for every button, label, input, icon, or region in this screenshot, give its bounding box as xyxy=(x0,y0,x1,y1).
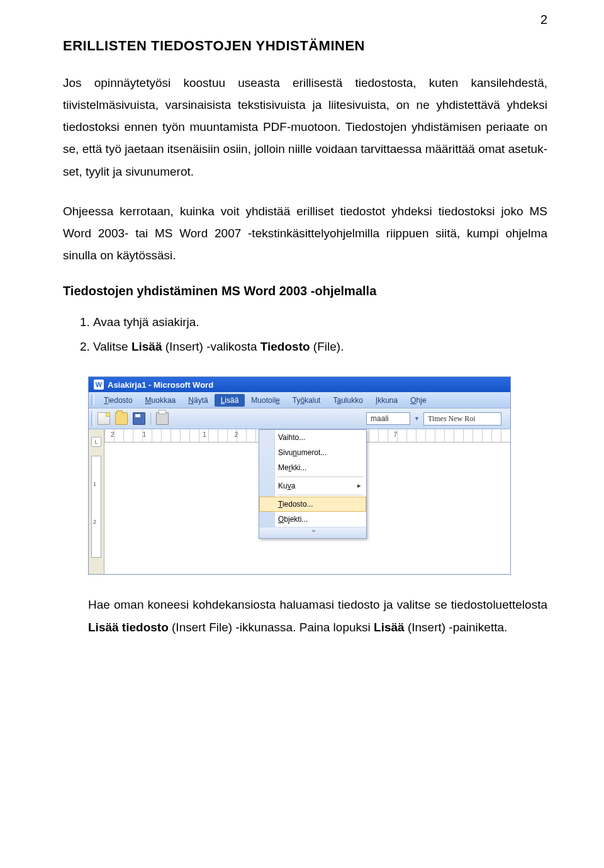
menu-tools[interactable]: Työkalut xyxy=(286,394,327,407)
vertical-ruler: L xyxy=(89,429,104,574)
step2-mid: (Insert) -valikosta xyxy=(162,340,260,353)
step2-pre: Valitse xyxy=(93,340,131,353)
menu-file[interactable]: Tiedosto xyxy=(98,394,139,407)
word-menubar: Tiedosto Muokkaa Näytä Lisää Muotoile Ty… xyxy=(89,392,510,409)
insert-dropdown: Vaihto... Sivunumerot... Merkki... Kuva … xyxy=(259,429,367,539)
step2-post: (File). xyxy=(310,340,344,353)
print-icon[interactable] xyxy=(156,412,169,425)
step2-bold2: Tiedosto xyxy=(260,340,310,353)
final-b2: Lisää xyxy=(374,621,405,634)
ruler-tick: 7 xyxy=(394,431,398,438)
ruler-corner-icon[interactable]: L xyxy=(91,437,101,447)
final-b1: Lisää tiedosto xyxy=(88,621,169,634)
toolbar-handle xyxy=(91,411,94,426)
paragraph-1: Jos opinnäytetyösi koostuu useasta erill… xyxy=(63,72,547,183)
menu-view[interactable]: Näytä xyxy=(182,394,214,407)
dropdown-pagenumbers[interactable]: Sivunumerot... xyxy=(259,445,366,460)
paragraph-2: Ohjeessa kerrotaan, kuinka voit yhdistää… xyxy=(63,200,547,266)
menu-help[interactable]: Ohje xyxy=(404,394,432,407)
document-page: 2 ERILLISTEN TIEDOSTOJEN YHDISTÄMINEN Jo… xyxy=(0,0,604,663)
ruler-tick: 2 xyxy=(111,431,115,438)
word-toolbar: maali ▼ Times New Roi xyxy=(89,409,510,429)
dropdown-expand-icon[interactable] xyxy=(259,527,366,538)
final-t3: (Insert) -painiketta. xyxy=(405,621,508,634)
save-icon[interactable] xyxy=(133,412,145,425)
menu-insert[interactable]: Lisää xyxy=(215,394,245,407)
menu-file-rest: iedosto xyxy=(108,396,133,405)
final-t2: (Insert File) -ikkunassa. Paina lopuksi xyxy=(169,621,374,634)
dropdown-separator xyxy=(277,495,364,495)
menu-table[interactable]: Taulukko xyxy=(327,394,369,407)
new-doc-icon[interactable] xyxy=(98,412,110,425)
toolbar-right: maali ▼ Times New Roi xyxy=(366,412,501,426)
dropdown-separator xyxy=(277,476,364,477)
menu-format[interactable]: Muotoile xyxy=(245,394,286,407)
menu-window[interactable]: Ikkuna xyxy=(369,394,404,407)
word-title: Asiakirja1 - Microsoft Word xyxy=(108,380,213,390)
menubar-handle xyxy=(91,395,94,405)
style-selector[interactable]: maali xyxy=(366,412,410,425)
font-selector[interactable]: Times New Roi xyxy=(423,412,501,426)
style-dropdown-icon[interactable]: ▼ xyxy=(414,415,420,422)
word-document-area: L 2 1 1 2 3 4 5 6 xyxy=(89,429,510,574)
ruler-tick: 1 xyxy=(203,431,206,438)
style-label: maali xyxy=(371,414,389,423)
menu-edit[interactable]: Muokkaa xyxy=(139,394,182,407)
final-paragraph: Hae oman koneesi kohdekansiosta haluamas… xyxy=(88,594,547,638)
word-icon: W xyxy=(94,380,104,390)
word-screenshot: W Asiakirja1 - Microsoft Word Tiedosto M… xyxy=(88,376,547,575)
subheading: Tiedostojen yhdistäminen MS Word 2003 -o… xyxy=(63,284,547,298)
open-icon[interactable] xyxy=(115,412,128,425)
dropdown-picture[interactable]: Kuva xyxy=(259,478,366,493)
main-heading: ERILLISTEN TIEDOSTOJEN YHDISTÄMINEN xyxy=(63,38,547,54)
step-2: Valitse Lisää (Insert) -valikosta Tiedos… xyxy=(93,335,547,358)
toolbar-separator xyxy=(150,412,151,425)
dropdown-break[interactable]: Vaihto... xyxy=(259,430,366,445)
steps-list: Avaa tyhjä asiakirja. Valitse Lisää (Ins… xyxy=(63,311,547,358)
ruler-tick: 2 xyxy=(235,431,238,438)
dropdown-symbol[interactable]: Merkki... xyxy=(259,460,366,475)
step-1: Avaa tyhjä asiakirja. xyxy=(93,311,547,333)
font-label: Times New Roi xyxy=(428,414,476,423)
step2-bold1: Lisää xyxy=(131,340,162,353)
dropdown-object[interactable]: Objekti... xyxy=(259,512,366,527)
ruler-tick: 1 xyxy=(143,431,147,438)
word-window: W Asiakirja1 - Microsoft Word Tiedosto M… xyxy=(88,376,511,575)
page-number: 2 xyxy=(540,13,547,27)
word-titlebar: W Asiakirja1 - Microsoft Word xyxy=(89,377,510,392)
final-t1: Hae oman koneesi kohdekansiosta haluamas… xyxy=(88,598,547,611)
document-canvas[interactable]: 2 1 1 2 3 4 5 6 7 xyxy=(104,429,510,574)
dropdown-file[interactable]: Tiedosto... xyxy=(259,497,366,512)
vertical-ruler-ticks xyxy=(91,456,101,558)
